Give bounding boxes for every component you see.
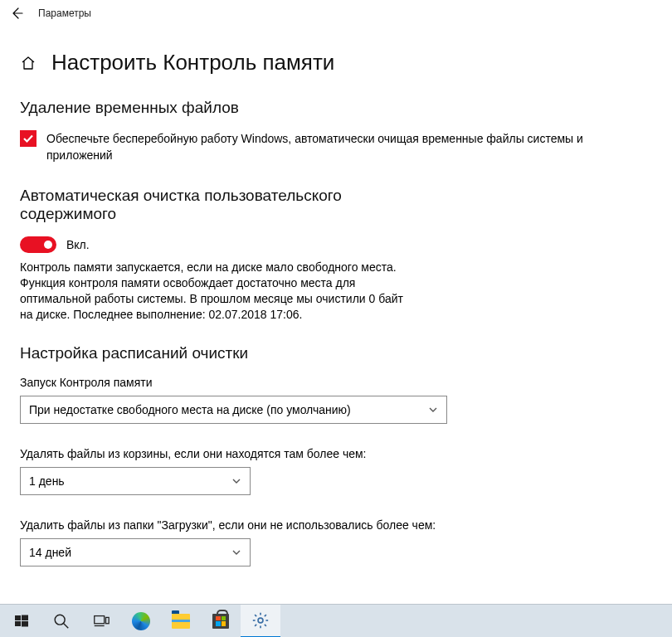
svg-line-17 — [265, 615, 266, 616]
svg-rect-3 — [22, 621, 28, 627]
arrow-left-icon — [10, 7, 23, 20]
microsoft-store-icon — [212, 614, 229, 629]
dropdown-downloads[interactable]: 14 дней — [20, 538, 251, 566]
back-button[interactable] — [7, 3, 27, 23]
taskbar-explorer[interactable] — [161, 605, 201, 638]
svg-line-14 — [255, 615, 256, 616]
svg-rect-2 — [15, 621, 21, 626]
taskbar-settings[interactable] — [241, 605, 280, 638]
dropdown-recycle-value: 1 день — [29, 474, 65, 488]
file-explorer-icon — [172, 614, 190, 629]
svg-point-4 — [55, 615, 65, 625]
dropdown-run-value: При недостатке свободного места на диске… — [29, 403, 351, 416]
content-area: Настроить Контроль памяти Удаление време… — [0, 27, 672, 566]
checkbox-temp-files[interactable] — [20, 130, 37, 147]
run-schedule-label: Запуск Контроля памяти — [20, 376, 451, 389]
checkbox-temp-files-label: Обеспечьте бесперебойную работу Windows,… — [46, 130, 652, 163]
gear-icon — [251, 611, 270, 630]
dropdown-downloads-value: 14 дней — [29, 546, 71, 559]
svg-line-5 — [64, 623, 69, 628]
dropdown-recycle-bin[interactable]: 1 день — [20, 467, 251, 495]
taskbar-store[interactable] — [201, 605, 241, 638]
toggle-storage-sense-row: Вкл. — [20, 236, 652, 253]
dropdown-run-schedule[interactable]: При недостатке свободного места на диске… — [20, 396, 447, 424]
taskbar-edge[interactable] — [121, 605, 161, 638]
checkmark-icon — [22, 133, 34, 144]
toggle-storage-sense[interactable] — [20, 236, 56, 253]
taskbar — [0, 604, 672, 637]
section-temp-files-heading: Удаление временных файлов — [20, 99, 652, 117]
edge-icon — [132, 612, 150, 630]
task-view-icon — [92, 612, 110, 630]
svg-line-15 — [265, 624, 266, 625]
checkbox-temp-files-row: Обеспечьте бесперебойную работу Windows,… — [20, 130, 652, 163]
page-title: Настроить Контроль памяти — [51, 50, 334, 75]
auto-cleanup-description: Контроль памяти запускается, если на дис… — [20, 260, 418, 323]
window-title: Параметры — [38, 7, 91, 19]
chevron-down-icon — [231, 476, 241, 486]
chevron-down-icon — [428, 405, 438, 415]
start-button[interactable] — [2, 605, 41, 638]
titlebar: Параметры — [0, 0, 672, 27]
svg-rect-8 — [106, 617, 110, 623]
svg-line-16 — [255, 624, 256, 625]
toggle-state-label: Вкл. — [66, 238, 90, 251]
downloads-label: Удалить файлы из папки "Загрузки", если … — [20, 518, 451, 532]
page-header: Настроить Контроль памяти — [20, 50, 652, 75]
section-auto-cleanup-heading: Автоматическая очистка пользовательского… — [20, 187, 435, 223]
svg-rect-0 — [15, 615, 21, 620]
taskbar-taskview[interactable] — [81, 605, 121, 638]
svg-point-9 — [258, 618, 263, 623]
home-icon[interactable] — [20, 55, 37, 71]
search-icon — [52, 612, 71, 630]
windows-icon — [15, 615, 28, 628]
svg-rect-1 — [22, 615, 28, 620]
section-schedule-heading: Настройка расписаний очистки — [20, 344, 652, 362]
svg-rect-6 — [95, 615, 105, 623]
toggle-knob — [44, 241, 52, 249]
recycle-bin-label: Удалять файлы из корзины, если они наход… — [20, 447, 451, 460]
taskbar-search[interactable] — [41, 605, 81, 638]
chevron-down-icon — [231, 547, 241, 557]
